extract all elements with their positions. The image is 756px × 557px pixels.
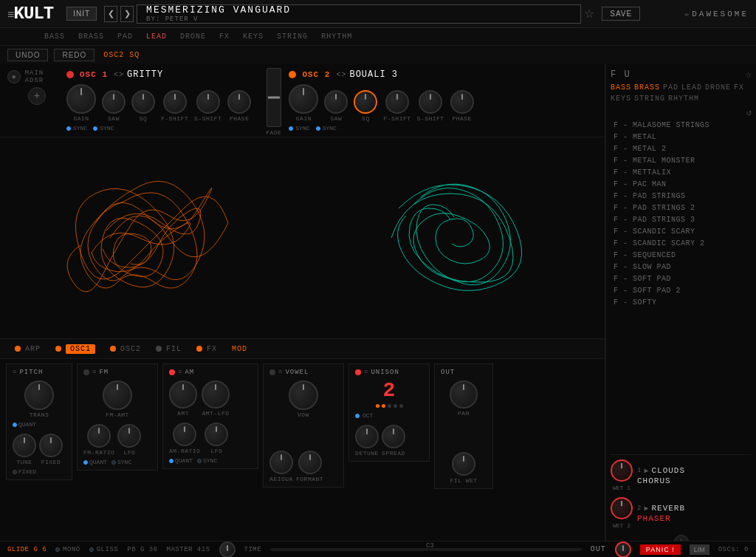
cat-string[interactable]: STRING	[277, 33, 308, 41]
preset-item[interactable]: F - SCANDIC SCARY 2	[611, 238, 752, 249]
right-star-button[interactable]: ☆	[746, 68, 752, 81]
preset-item[interactable]: F - SCANDIC SCARY	[611, 226, 752, 237]
am-ratio-knob[interactable]	[173, 423, 196, 446]
cat-fx[interactable]: FX	[219, 33, 230, 41]
pitch-trans-knob[interactable]	[24, 380, 54, 410]
right-cat-bass[interactable]: BASS	[611, 83, 631, 92]
vowel-vow-knob[interactable]	[289, 380, 318, 410]
osc2-sync1[interactable]: SYNC	[289, 125, 309, 131]
time-knob[interactable]	[219, 541, 236, 558]
out-pan-knob[interactable]	[450, 380, 478, 409]
preset-item[interactable]: F - PAD STRINGS 2	[611, 202, 752, 213]
fx2-wet-knob[interactable]	[611, 497, 633, 519]
tab-arp[interactable]: ARP	[15, 345, 41, 353]
osc1-sync2[interactable]: SYNC	[93, 125, 114, 131]
vowel-formant-knob[interactable]	[298, 451, 322, 474]
preset-item[interactable]: F - MALASOME STRINGS	[611, 120, 752, 131]
out-level-knob[interactable]	[615, 541, 631, 558]
fm-quant[interactable]: QUANT	[83, 459, 107, 465]
osc2-gain-knob[interactable]	[289, 84, 318, 114]
vowel-aeioua-knob[interactable]	[269, 451, 293, 474]
fx1-wet-knob[interactable]	[611, 459, 633, 482]
tab-osc1[interactable]: OSC1	[55, 344, 95, 354]
right-cat-pad[interactable]: PAD	[663, 83, 678, 92]
am-amt-knob[interactable]	[169, 380, 197, 409]
cat-rhythm[interactable]: RHYTHM	[321, 33, 352, 41]
preset-item[interactable]: F - SEQUENCED	[611, 250, 752, 261]
am-lfo2-knob[interactable]	[205, 423, 228, 446]
tab-mod[interactable]: MOD	[232, 345, 247, 353]
osc1-sq-knob[interactable]	[131, 90, 155, 114]
preset-item[interactable]: F - METAL	[611, 131, 752, 143]
tab-fx[interactable]: FX	[196, 345, 217, 353]
right-cat-string[interactable]: STRING	[634, 95, 665, 103]
save-button[interactable]: SAVE	[602, 7, 640, 21]
tab-osc2[interactable]: OSC2	[110, 345, 141, 353]
init-button[interactable]: INIT	[66, 7, 97, 21]
adsr-circle-btn[interactable]: ●	[7, 70, 21, 83]
osc2-sq-knob[interactable]	[354, 90, 377, 114]
osc1-phase-knob[interactable]	[227, 90, 251, 114]
out-filwet-knob[interactable]	[452, 452, 475, 476]
right-cat-keys[interactable]: KEYS	[611, 95, 631, 103]
am-sync[interactable]: SYNC	[197, 457, 217, 464]
prev-preset-button[interactable]: ❮	[104, 6, 117, 22]
top-bar: ≡KULT INIT ❮ ❯ MESMERIZING VANGUARD BY: …	[0, 0, 756, 28]
am-amt-lfo-knob[interactable]	[202, 380, 230, 409]
right-cat-rhythm[interactable]: RHYTHM	[668, 95, 699, 103]
preset-item[interactable]: F - SOFT PAD	[611, 273, 752, 284]
osc1-fshift-knob[interactable]	[163, 90, 187, 114]
osc2-sync2[interactable]: SYNC	[316, 125, 337, 131]
pitch-tune-knob[interactable]	[13, 434, 36, 457]
preset-item[interactable]: F - PAC MAN	[611, 179, 752, 190]
preset-item[interactable]: F - METAL 2	[611, 143, 752, 154]
preset-item[interactable]: F - METAL MONSTER	[611, 155, 752, 166]
undo-button[interactable]: UNDO	[7, 49, 48, 61]
preset-item[interactable]: F - SOFT PAD 2	[611, 285, 752, 296]
pitch-fixed-radio-item[interactable]: FIXED	[13, 468, 36, 475]
osc1-gain-knob[interactable]	[66, 84, 96, 114]
unison-spread-knob[interactable]	[382, 425, 405, 448]
favorite-button[interactable]: ☆	[584, 7, 594, 21]
osc1-sync1[interactable]: SYNC	[66, 125, 87, 131]
unison-detune-knob[interactable]	[355, 425, 379, 448]
fm-sync[interactable]: SYNC	[111, 459, 131, 465]
osc2-phase-knob[interactable]	[450, 90, 474, 114]
preset-item[interactable]: F - PAD STRINGS 3	[611, 214, 752, 225]
cat-drone[interactable]: DRONE	[180, 33, 206, 41]
preset-item[interactable]: F - PAD STRINGS	[611, 191, 752, 202]
tab-fil[interactable]: FIL	[156, 345, 182, 353]
fm-ratio-knob[interactable]	[87, 424, 111, 448]
am-amt-lfo-label: AMT-LFO	[202, 410, 229, 417]
osc1-sshift-knob[interactable]	[196, 90, 220, 114]
fade-slider[interactable]	[267, 68, 281, 127]
lim-button[interactable]: LIM	[690, 544, 709, 555]
osc2-sshift-knob[interactable]	[419, 90, 442, 114]
am-quant[interactable]: QUANT	[169, 457, 193, 464]
right-cat-lead[interactable]: LEAD	[681, 83, 702, 92]
preset-item[interactable]: F - SLOW PAD	[611, 262, 752, 273]
add-osc-button[interactable]: +	[28, 87, 46, 105]
cat-brass[interactable]: BRASS	[78, 33, 104, 41]
fm-lfo-knob[interactable]	[117, 424, 141, 448]
osc1-saw-knob[interactable]	[102, 90, 126, 114]
cat-lead[interactable]: LEAD	[146, 33, 167, 41]
osc2-fshift-knob[interactable]	[385, 90, 409, 114]
cat-bass[interactable]: BASS	[44, 33, 65, 41]
pitch-fixed-knob[interactable]	[39, 434, 63, 457]
cat-keys[interactable]: KEYS	[243, 33, 264, 41]
right-cat-brass[interactable]: BRASS	[634, 83, 660, 92]
redo-button[interactable]: REDO	[54, 49, 94, 61]
preset-item[interactable]: F - SOFTY	[611, 297, 752, 308]
mini-slider[interactable]: C3	[270, 548, 582, 551]
preset-item[interactable]: F - METTALIX	[611, 167, 752, 178]
right-cat-drone[interactable]: DRONE	[705, 83, 731, 92]
osc2-saw-knob[interactable]	[324, 90, 348, 114]
right-cat-fx[interactable]: FX	[734, 83, 744, 92]
panic-button[interactable]: PANIC !	[640, 544, 681, 555]
fm-amt-knob[interactable]	[103, 380, 132, 410]
pitch-quant-radio[interactable]: QUANT	[13, 421, 36, 428]
refresh-button[interactable]: ↻	[746, 107, 752, 118]
next-preset-button[interactable]: ❯	[120, 6, 134, 22]
cat-pad[interactable]: PAD	[117, 33, 133, 41]
